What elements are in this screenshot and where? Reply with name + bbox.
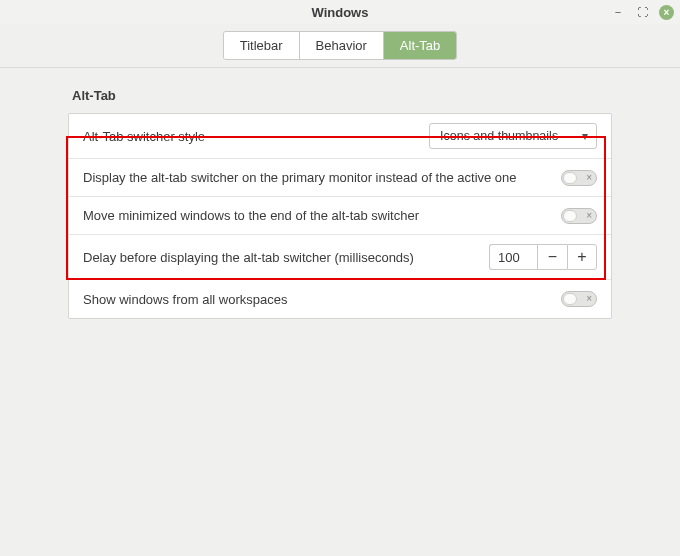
tab-group: Titlebar Behavior Alt-Tab [223, 31, 458, 60]
chevron-down-icon: ▾ [582, 129, 588, 143]
label-switcher-style: Alt-Tab switcher style [83, 129, 205, 144]
stepper-delay: − + [489, 244, 597, 270]
label-all-workspaces: Show windows from all workspaces [83, 292, 287, 307]
label-delay: Delay before displaying the alt-tab swit… [83, 250, 414, 265]
label-move-minimized: Move minimized windows to the end of the… [83, 208, 419, 223]
content-area: Alt-Tab Alt-Tab switcher style Icons and… [0, 68, 680, 319]
row-switcher-style: Alt-Tab switcher style Icons and thumbna… [69, 114, 611, 159]
toggle-knob [563, 293, 577, 305]
close-icon[interactable]: × [659, 5, 674, 20]
toggle-all-workspaces[interactable]: × [561, 291, 597, 307]
tab-behavior[interactable]: Behavior [300, 32, 384, 59]
window-title: Windows [312, 5, 369, 20]
row-primary-monitor: Display the alt-tab switcher on the prim… [69, 159, 611, 197]
tab-alt-tab[interactable]: Alt-Tab [384, 32, 456, 59]
toggle-off-icon: × [586, 294, 592, 304]
toggle-knob [563, 172, 577, 184]
tab-bar: Titlebar Behavior Alt-Tab [0, 24, 680, 68]
label-primary-monitor: Display the alt-tab switcher on the prim… [83, 170, 517, 185]
toggle-off-icon: × [586, 211, 592, 221]
section-heading: Alt-Tab [72, 88, 612, 103]
row-move-minimized: Move minimized windows to the end of the… [69, 197, 611, 235]
toggle-knob [563, 210, 577, 222]
row-delay: Delay before displaying the alt-tab swit… [69, 235, 611, 280]
dropdown-value: Icons and thumbnails [440, 129, 558, 143]
window-controls: − ⛶ × [611, 0, 674, 24]
input-delay-value[interactable] [489, 244, 537, 270]
maximize-icon[interactable]: ⛶ [635, 5, 649, 19]
minimize-icon[interactable]: − [611, 5, 625, 19]
dropdown-switcher-style[interactable]: Icons and thumbnails ▾ [429, 123, 597, 149]
button-delay-increment[interactable]: + [567, 244, 597, 270]
settings-panel: Alt-Tab switcher style Icons and thumbna… [68, 113, 612, 319]
toggle-primary-monitor[interactable]: × [561, 170, 597, 186]
button-delay-decrement[interactable]: − [537, 244, 567, 270]
row-all-workspaces: Show windows from all workspaces × [69, 280, 611, 318]
toggle-off-icon: × [586, 173, 592, 183]
window-titlebar: Windows − ⛶ × [0, 0, 680, 24]
toggle-move-minimized[interactable]: × [561, 208, 597, 224]
tab-titlebar[interactable]: Titlebar [224, 32, 300, 59]
